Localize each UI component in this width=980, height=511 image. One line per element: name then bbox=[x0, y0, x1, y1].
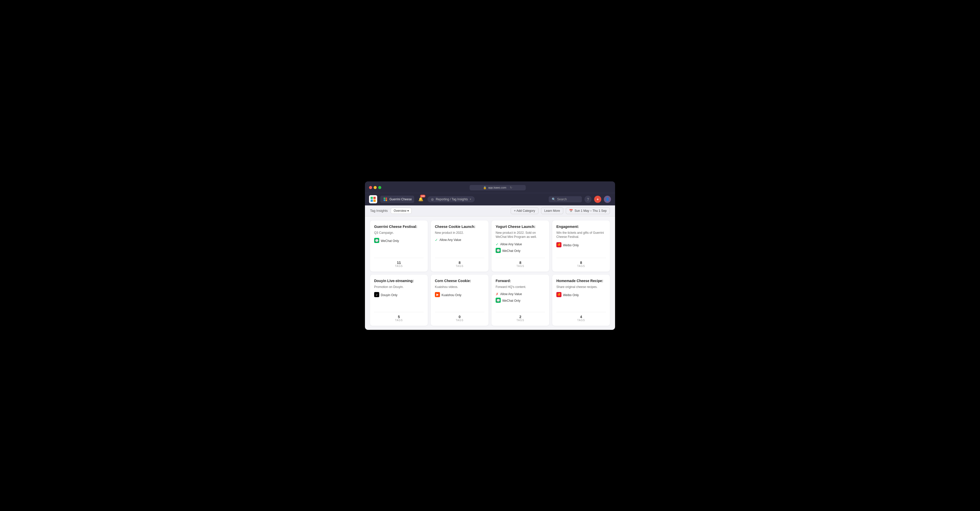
minimize-button[interactable] bbox=[374, 186, 377, 189]
add-category-label: + Add Category bbox=[514, 209, 535, 212]
svg-point-14 bbox=[559, 243, 560, 244]
tags-label: TAGS bbox=[435, 319, 484, 322]
platform-badge: ▶ Kuaishou Only bbox=[435, 292, 484, 298]
help-button[interactable]: ? bbox=[584, 196, 592, 203]
tags-label: TAGS bbox=[496, 265, 545, 268]
calendar-icon: 📅 bbox=[569, 209, 573, 212]
platform-badge: ♪ Douyin Only bbox=[374, 292, 424, 298]
card-footer: 8 TAGS bbox=[496, 258, 545, 268]
address-bar: 🔒 app.kawo.com ↻ bbox=[384, 185, 611, 190]
card-description: Forward HQ's content. bbox=[496, 285, 545, 289]
url-bar[interactable]: 🔒 app.kawo.com ↻ bbox=[469, 185, 526, 190]
tags-count: 0 bbox=[435, 315, 484, 319]
card-footer: 0 TAGS bbox=[435, 312, 484, 322]
close-button[interactable] bbox=[369, 186, 372, 189]
card-description: New product in 2022. Sold on WeChat Mini… bbox=[496, 231, 545, 240]
logo-area bbox=[369, 195, 377, 203]
card-homemade-cheese-recipe[interactable]: Homemade Cheese Recipe: Share original c… bbox=[552, 275, 610, 326]
tags-count: 2 bbox=[496, 315, 545, 319]
allow-any-value-label: Allow Any Value bbox=[500, 292, 522, 296]
svg-rect-1 bbox=[373, 197, 375, 199]
app-header: Guerrini Cheese 🔔 100 ◎ Reporting / Tag … bbox=[365, 193, 615, 205]
card-cheese-cookie-launch[interactable]: Cheese Cookie Launch: New product in 202… bbox=[431, 220, 488, 271]
platform-badge: Weibo Only bbox=[556, 242, 606, 248]
card-badges: ✓ Allow Any Value 💬 WeChat Only bbox=[496, 242, 545, 254]
card-title: Forward: bbox=[496, 279, 545, 283]
card-description: Kuaishou videos. bbox=[435, 285, 484, 289]
platform-badge: 💬 WeChat Only bbox=[496, 298, 545, 303]
tags-count: 8 bbox=[435, 260, 484, 265]
create-button[interactable]: + bbox=[594, 196, 601, 203]
svg-rect-2 bbox=[371, 200, 373, 202]
date-range-text: Sun 1 May – Thu 1 Sep bbox=[574, 209, 607, 212]
breadcrumb-pill[interactable]: ◎ Reporting / Tag Insights ▾ bbox=[428, 196, 475, 202]
tags-count: 8 bbox=[556, 260, 606, 265]
page-title: Tag Insights bbox=[370, 209, 388, 212]
cross-icon: ✗ bbox=[496, 292, 499, 296]
card-engagement[interactable]: Engagement: Win the tickets and gifts of… bbox=[552, 220, 610, 271]
overview-button[interactable]: Overview ▾ bbox=[391, 208, 412, 214]
workspace-tab[interactable]: Guerrini Cheese bbox=[380, 196, 414, 203]
card-corn-cheese-cookie[interactable]: Corn Cheese Cookie: Kuaishou videos. ▶ K… bbox=[431, 275, 488, 326]
search-box[interactable]: 🔍 Search bbox=[549, 196, 582, 202]
card-douyin-live-streaming[interactable]: Douyin Live-streaming: Promotion on Douy… bbox=[370, 275, 428, 326]
platform-label: WeChat Only bbox=[502, 299, 520, 302]
notification-button[interactable]: 🔔 100 bbox=[417, 196, 425, 203]
card-title: Douyin Live-streaming: bbox=[374, 279, 424, 283]
date-range-button[interactable]: 📅 Sun 1 May – Thu 1 Sep bbox=[566, 208, 610, 214]
page-toolbar: Tag Insights Overview ▾ + Add Category L… bbox=[365, 205, 615, 216]
tags-label: TAGS bbox=[374, 319, 424, 322]
allow-any-value-badge: ✗ Allow Any Value bbox=[496, 292, 545, 296]
cards-grid: Guerrini Cheese Festival: Q3 Campaign. 💬… bbox=[370, 220, 610, 326]
chevron-down-icon: ▾ bbox=[470, 198, 471, 201]
card-guerrini-cheese-festival[interactable]: Guerrini Cheese Festival: Q3 Campaign. 💬… bbox=[370, 220, 428, 271]
card-title: Corn Cheese Cookie: bbox=[435, 279, 484, 283]
add-category-button[interactable]: + Add Category bbox=[511, 208, 538, 214]
card-footer: 8 TAGS bbox=[556, 258, 606, 268]
help-icon: ? bbox=[587, 197, 589, 201]
tags-count: 11 bbox=[374, 260, 424, 265]
card-title: Yogurt Cheese Launch: bbox=[496, 225, 545, 229]
platform-badge: 💬 WeChat Only bbox=[496, 248, 545, 254]
svg-text:♪: ♪ bbox=[376, 292, 378, 297]
wechat-icon: 💬 bbox=[496, 248, 501, 254]
url-text: app.kawo.com bbox=[488, 186, 506, 189]
learn-more-button[interactable]: Learn More bbox=[541, 208, 563, 214]
traffic-lights bbox=[369, 186, 381, 189]
card-description: Win the tickets and gifts of Guerrini Ch… bbox=[556, 231, 606, 240]
reload-icon[interactable]: ↻ bbox=[510, 186, 512, 189]
svg-text:💬: 💬 bbox=[375, 239, 379, 243]
search-icon: 🔍 bbox=[552, 198, 555, 201]
notification-badge: 100 bbox=[420, 195, 425, 198]
url-lock-icon: 🔒 bbox=[483, 186, 487, 189]
card-footer: 8 TAGS bbox=[435, 258, 484, 268]
kuaishou-icon: ▶ bbox=[435, 292, 440, 298]
header-actions: 🔍 Search ? + 👤 bbox=[549, 196, 611, 203]
allow-any-value-label: Allow Any Value bbox=[500, 243, 522, 246]
card-badges: ♪ Douyin Only bbox=[374, 292, 424, 298]
card-footer: 11 TAGS bbox=[374, 258, 424, 268]
card-forward[interactable]: Forward: Forward HQ's content. ✗ Allow A… bbox=[492, 275, 549, 326]
svg-text:💬: 💬 bbox=[496, 299, 500, 302]
tags-count: 5 bbox=[374, 315, 424, 319]
app-logo bbox=[369, 195, 377, 203]
allow-any-value-badge: ✓ Allow Any Value bbox=[435, 238, 484, 242]
card-title: Guerrini Cheese Festival: bbox=[374, 225, 424, 229]
card-badges: Weibo Only bbox=[556, 242, 606, 248]
platform-badge: Weibo Only bbox=[556, 292, 606, 298]
main-content: Guerrini Cheese Festival: Q3 Campaign. 💬… bbox=[365, 216, 615, 330]
card-badges: Weibo Only bbox=[556, 292, 606, 298]
card-description: New product in 2022. bbox=[435, 231, 484, 235]
allow-any-value-label: Allow Any Value bbox=[439, 238, 461, 242]
plus-icon: + bbox=[597, 197, 599, 201]
avatar[interactable]: 👤 bbox=[604, 196, 611, 203]
maximize-button[interactable] bbox=[378, 186, 381, 189]
breadcrumb-text: Reporting / Tag Insights bbox=[436, 198, 468, 201]
card-badges: ✗ Allow Any Value 💬 WeChat Only bbox=[496, 292, 545, 303]
card-footer: 5 TAGS bbox=[374, 312, 424, 322]
card-yogurt-cheese-launch[interactable]: Yogurt Cheese Launch: New product in 202… bbox=[492, 220, 549, 271]
platform-label: Weibo Only bbox=[563, 293, 579, 297]
avatar-image: 👤 bbox=[606, 198, 609, 201]
card-title: Homemade Cheese Recipe: bbox=[556, 279, 606, 283]
tags-count: 4 bbox=[556, 315, 606, 319]
